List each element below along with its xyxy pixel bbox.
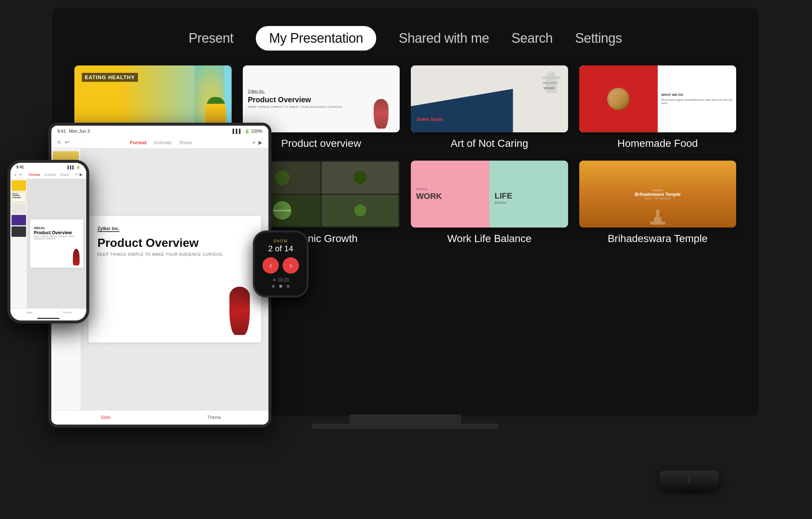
ipad-status-bar: 9:41 Mon Jun 3 ▌▌▌ 🔋 100% [51,126,268,137]
iphone-slide-brand: Zylker Inc. [34,226,45,229]
ipad-add-icon[interactable]: + [252,139,255,145]
art-sales-leads: Sales leads [417,116,443,122]
iphone-play-icon[interactable]: ▶ [80,172,83,177]
iphone-thumb-3[interactable] [12,203,26,214]
iphone-thumb-5[interactable] [12,226,26,237]
watch-record-icon: ⏺ [273,278,276,282]
nav-settings[interactable]: Settings [575,30,622,46]
list-item[interactable]: WHAT WE DO We provide original handcraft… [579,65,737,149]
iphone-wifi: 🔋 [76,165,80,169]
product-title: Product Overview [248,96,395,104]
thumb-homemade-food: WHAT WE DO We provide original handcraft… [579,65,737,132]
iphone-signal: ▌▌▌ [68,165,75,169]
ipad-undo-icon[interactable]: ↩ [65,139,70,146]
iphone-home-indicator [10,316,86,320]
ipad-slide-brand: Zylker Inc. [97,226,119,232]
food-plate [607,88,629,110]
temple-name: Brihadeswara Temple [635,192,681,197]
watch-time: 10:23 [278,277,289,283]
ipad-back-icon[interactable]: < [57,139,61,146]
iphone-current-slide: Zylker Inc. Product Overview KEEP THINGS… [30,219,83,268]
ipad-current-slide: Zylker Inc. Product Overview KEEP THINGS… [88,216,261,342]
thumb-eating-healthy: EATING HEALTHY [74,65,232,132]
nav-search[interactable]: Search [512,30,553,46]
ipad-time: 9:41 [57,129,66,134]
iphone-nav: < ↩ Format Animate Share + ▶ [10,171,86,179]
ipad-play-icon[interactable]: ▶ [258,139,262,145]
ipad-tab-slide[interactable]: Slide [51,413,160,422]
ipad-signal-icon: ▌▌▌ [232,129,242,134]
eating-title-text: EATING HEALTHY [82,73,138,82]
ipad-animate-tab[interactable]: Animate [154,140,172,145]
ipad-slide-vase [229,287,250,335]
watch-next-button[interactable]: › [283,257,299,274]
watch-dot-2 [279,285,282,288]
product-brand: Zylker Inc. [248,89,395,93]
iphone-tab-slide[interactable]: Slide [10,311,48,314]
list-item[interactable]: Defining WORK LIFE Balance Work Life Bal… [411,161,568,245]
iphone-tab-theme[interactable]: Theme [48,311,86,314]
apple-watch: SHOW 2 of 14 ‹ › ⏺ 10:23 [253,231,309,297]
iphone-undo-icon[interactable]: ↩ [19,173,22,177]
apple-tv-device:  [660,471,719,500]
ipad-date: Mon Jun 3 [69,129,90,134]
food-what-we-do: WHAT WE DO [661,93,732,97]
iphone-sidebar: Zylker Inc. Product Overview [10,179,27,308]
temple-label: Brihadeswara Temple [608,233,708,245]
iphone-slide-subtitle: KEEP THINGS SIMPLE TO MAKE YOUR AUDIENCE… [34,235,80,240]
iphone-back-icon[interactable]: < [14,173,16,177]
watch-slide-count: 2 of 14 [268,244,293,254]
ipad-nav: < ↩ Format Animate Share + ▶ [51,137,268,148]
watch-prev-button[interactable]: ‹ [262,257,279,274]
tv-base [312,424,498,429]
thumb-temple: Explore Brihadeswara Temple Home - The S… [579,161,737,228]
watch-dot-1 [272,285,275,288]
iphone-thumb-1[interactable] [12,180,26,191]
thumb-work-life: Defining WORK LIFE Balance [411,161,568,228]
apple-tv-shadow [660,489,719,494]
apple-tv-logo:  [688,476,690,484]
art-not-caring-label: Art of Not Caring [451,138,528,149]
ipad-format-tab[interactable]: Format [130,140,146,145]
watch-show-label: SHOW [273,239,288,243]
iphone-time: 9:41 [16,165,24,169]
tv-nav: Present My Presentation Shared with me S… [52,7,758,65]
iphone-bottom-bar: Slide Theme [10,308,86,316]
iphone-slide-vase [73,249,80,265]
iphone-slide-title: Product Overview [34,231,80,235]
iphone-share-tab[interactable]: Share [60,173,69,177]
art-blue-decoration [411,89,513,132]
product-overview-label: Product overview [281,138,361,149]
thumb-art-not-caring: Sales leads [411,65,568,132]
watch-controls: ‹ › [262,257,299,274]
nav-shared-with-me[interactable]: Shared with me [399,30,489,46]
ipad-slide-title: Product Overview [97,236,252,249]
nav-present[interactable]: Present [188,30,233,46]
ipad-share-tab[interactable]: Share [179,140,192,145]
iphone-status-bar: 9:41 ▌▌▌ 🔋 [10,163,86,171]
work-life-label: Work Life Balance [447,233,532,245]
ipad-slide-subtitle: KEEP THINGS SIMPLE TO MAKE YOUR AUDIENCE… [97,252,252,257]
product-sub: KEEP THINGS SIMPLE TO MAKE YOUR AUDIENCE… [248,105,395,109]
iphone-add-icon[interactable]: + [75,172,77,177]
list-item[interactable]: Sales leads Art of Not Caring [411,65,568,149]
nav-my-presentation[interactable]: My Presentation [256,26,377,51]
homemade-food-label: Homemade Food [618,138,698,149]
iphone-device: 9:41 ▌▌▌ 🔋 < ↩ Format Animate Share + ▶ [7,160,89,323]
ipad-main-view: Zylker Inc. Product Overview KEEP THINGS… [81,148,268,410]
iphone-thumb-2[interactable]: Zylker Inc. Product Overview [12,192,26,202]
food-description: We provide original handcrafted food mad… [661,98,732,105]
watch-dot-3 [287,285,290,288]
iphone-main-view: Zylker Inc. Product Overview KEEP THINGS… [27,179,86,308]
ipad-bottom-bar: Slide Theme [51,410,268,425]
iphone-format-tab[interactable]: Format [29,173,40,177]
thumb-product-overview: Zylker Inc. Product Overview KEEP THINGS… [243,65,400,132]
product-vase-decoration [374,99,389,129]
iphone-animate-tab[interactable]: Animate [44,173,56,177]
ipad-tab-theme[interactable]: Theme [160,413,268,422]
iphone-thumb-4[interactable] [12,215,26,225]
list-item[interactable]: Explore Brihadeswara Temple Home - The S… [579,161,737,245]
ipad-wifi-icon: 🔋 100% [244,129,262,134]
